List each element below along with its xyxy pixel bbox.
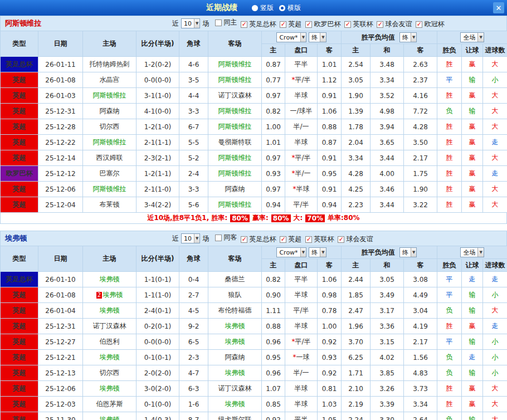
checkbox-checked-icon[interactable]: ✓ bbox=[280, 21, 286, 28]
home-team[interactable]: 切尔西 bbox=[83, 365, 136, 381]
away-team[interactable]: 埃弗顿 bbox=[208, 319, 262, 334]
match-score[interactable]: 2-1(1-1) bbox=[136, 135, 179, 150]
home-team[interactable]: 阿斯顿维拉 bbox=[83, 135, 136, 150]
away-team[interactable]: 埃弗顿 bbox=[208, 334, 262, 350]
home-team[interactable]: 埃弗顿 bbox=[83, 272, 136, 287]
away-team[interactable]: 阿斯顿维拉 bbox=[208, 150, 262, 166]
home-team[interactable]: 2埃弗顿 bbox=[83, 287, 136, 303]
home-team[interactable]: 西汉姆联 bbox=[83, 150, 136, 166]
odds-company-select[interactable]: Crow*▼ bbox=[276, 32, 306, 42]
away-team[interactable]: 阿斯顿维拉 bbox=[208, 57, 262, 72]
home-team[interactable]: 伯恩茅斯 bbox=[83, 397, 136, 412]
match-score[interactable]: 1-4(0-3) bbox=[136, 412, 179, 420]
filter-checkbox[interactable]: 同主 bbox=[215, 18, 237, 27]
filter-checkbox[interactable]: ✓英超 bbox=[280, 235, 301, 244]
away-team[interactable]: 阿斯顿维拉 bbox=[208, 104, 262, 119]
home-team[interactable]: 诺丁汉森林 bbox=[83, 319, 136, 334]
filter-checkbox[interactable]: ✓球会友谊 bbox=[377, 19, 412, 29]
filter-checkbox[interactable]: ✓欧冠杯 bbox=[416, 19, 444, 29]
match-score[interactable]: 2-0(2-0) bbox=[136, 365, 179, 381]
away-team[interactable]: 曼彻斯特联 bbox=[208, 135, 262, 150]
match-score[interactable]: 1-2(0-2) bbox=[136, 57, 179, 72]
checkbox-checked-icon[interactable]: ✓ bbox=[338, 236, 344, 243]
checkbox-checked-icon[interactable]: ✓ bbox=[344, 21, 351, 28]
match-score[interactable]: 2-3(2-1) bbox=[136, 150, 179, 166]
odds-company-select[interactable]: Crow*▼ bbox=[276, 247, 306, 257]
close-button[interactable]: ✕ bbox=[493, 2, 504, 13]
home-team[interactable]: 埃弗顿 bbox=[83, 412, 136, 420]
match-score[interactable]: 3-0(2-0) bbox=[136, 381, 179, 397]
match-score[interactable]: 1-1(1-0) bbox=[136, 287, 179, 303]
filter-checkbox[interactable]: ✓英联杯 bbox=[344, 19, 373, 29]
away-team[interactable]: 阿斯顿维拉 bbox=[208, 166, 262, 182]
away-team[interactable]: 纽卡斯尔联 bbox=[208, 412, 262, 420]
filter-checkbox[interactable]: ✓球会友谊 bbox=[338, 235, 373, 244]
final-avg-select[interactable]: 终▼ bbox=[399, 32, 417, 42]
radio-horizontal-icon[interactable] bbox=[279, 5, 285, 11]
filter-checkbox[interactable]: ✓英足总杯 bbox=[241, 235, 276, 244]
match-score[interactable]: 0-0(0-0) bbox=[136, 334, 179, 350]
home-team[interactable]: 巴塞尔 bbox=[83, 166, 136, 182]
recent-count-select[interactable]: 10▼ bbox=[181, 18, 200, 28]
match-score[interactable]: 3-4(2-2) bbox=[136, 197, 179, 213]
team-name[interactable]: 阿斯顿维拉 bbox=[1, 18, 172, 28]
match-score[interactable]: 2-4(0-1) bbox=[136, 303, 179, 319]
checkbox-checked-icon[interactable]: ✓ bbox=[377, 21, 383, 28]
team-name[interactable]: 埃弗顿 bbox=[1, 233, 172, 243]
home-team[interactable]: 阿斯顿维拉 bbox=[83, 182, 136, 197]
home-team[interactable]: 阿斯顿维拉 bbox=[83, 88, 136, 104]
filter-checkbox[interactable]: ✓英足总杯 bbox=[241, 19, 276, 29]
checkbox-checked-icon[interactable]: ✓ bbox=[241, 236, 247, 243]
away-team[interactable]: 诺丁汉森林 bbox=[208, 88, 262, 104]
match-score[interactable]: 1-1(0-1) bbox=[136, 272, 179, 287]
filter-checkbox[interactable]: ✓英联杯 bbox=[305, 235, 334, 244]
away-team[interactable]: 埃弗顿 bbox=[208, 397, 262, 412]
final-odds-select[interactable]: 终▼ bbox=[309, 32, 326, 42]
home-team[interactable]: 阿森纳 bbox=[83, 104, 136, 119]
away-team[interactable]: 桑德兰 bbox=[208, 272, 262, 287]
home-team[interactable]: 埃弗顿 bbox=[83, 350, 136, 365]
away-team[interactable]: 布伦特福德 bbox=[208, 303, 262, 319]
layout-horizontal-option[interactable]: 横版 bbox=[279, 3, 301, 13]
home-team[interactable]: 埃弗顿 bbox=[83, 303, 136, 319]
match-score[interactable]: 0-2(0-1) bbox=[136, 319, 179, 334]
away-team[interactable]: 阿斯顿维拉 bbox=[208, 72, 262, 88]
match-score[interactable]: 3-1(1-0) bbox=[136, 88, 179, 104]
home-team[interactable]: 托特纳姆热刺 bbox=[83, 57, 136, 72]
match-score[interactable]: 4-1(0-0) bbox=[136, 104, 179, 119]
filter-checkbox[interactable]: 同客 bbox=[215, 233, 237, 242]
home-team[interactable]: 伯恩利 bbox=[83, 334, 136, 350]
away-team[interactable]: 阿斯顿维拉 bbox=[208, 119, 262, 135]
filter-checkbox[interactable]: ✓英超 bbox=[280, 19, 301, 29]
layout-vertical-option[interactable]: 竖版 bbox=[252, 3, 274, 13]
checkbox-unchecked-icon[interactable] bbox=[215, 19, 222, 26]
recent-count-select[interactable]: 10▼ bbox=[181, 233, 200, 243]
match-score[interactable]: 0-1(0-1) bbox=[136, 350, 179, 365]
checkbox-checked-icon[interactable]: ✓ bbox=[416, 21, 422, 28]
away-team[interactable]: 阿森纳 bbox=[208, 350, 262, 365]
checkbox-checked-icon[interactable]: ✓ bbox=[305, 21, 312, 28]
match-score[interactable]: 0-0(0-0) bbox=[136, 72, 179, 88]
radio-vertical-icon[interactable] bbox=[252, 5, 258, 11]
away-team[interactable]: 埃弗顿 bbox=[208, 365, 262, 381]
match-score[interactable]: 0-1(0-0) bbox=[136, 397, 179, 412]
filter-checkbox[interactable]: ✓欧罗巴杯 bbox=[305, 19, 340, 29]
home-team[interactable]: 水晶宫 bbox=[83, 72, 136, 88]
checkbox-checked-icon[interactable]: ✓ bbox=[305, 236, 312, 243]
checkbox-unchecked-icon[interactable] bbox=[215, 235, 222, 241]
away-team[interactable]: 狼队 bbox=[208, 287, 262, 303]
final-odds-select[interactable]: 终▼ bbox=[309, 247, 326, 257]
match-scope-select[interactable]: 全场▼ bbox=[460, 247, 484, 257]
match-scope-select[interactable]: 全场▼ bbox=[460, 32, 484, 42]
away-team[interactable]: 诺丁汉森林 bbox=[208, 381, 262, 397]
away-team[interactable]: 阿斯顿维拉 bbox=[208, 197, 262, 213]
home-team[interactable]: 布莱顿 bbox=[83, 197, 136, 213]
home-team[interactable]: 埃弗顿 bbox=[83, 381, 136, 397]
match-score[interactable]: 1-2(1-1) bbox=[136, 166, 179, 182]
final-avg-select[interactable]: 终▼ bbox=[399, 247, 417, 257]
checkbox-checked-icon[interactable]: ✓ bbox=[280, 236, 286, 243]
home-team[interactable]: 切尔西 bbox=[83, 119, 136, 135]
match-score[interactable]: 2-1(1-0) bbox=[136, 182, 179, 197]
away-team[interactable]: 阿森纳 bbox=[208, 182, 262, 197]
checkbox-checked-icon[interactable]: ✓ bbox=[241, 21, 247, 28]
